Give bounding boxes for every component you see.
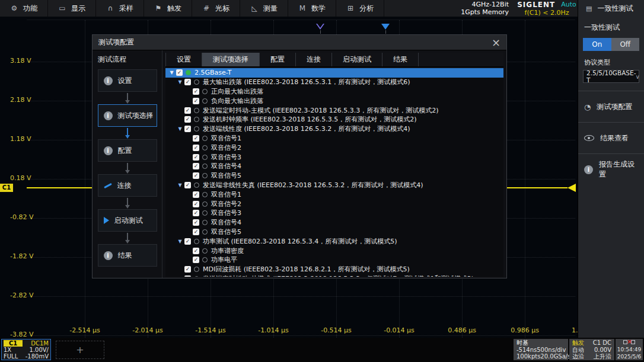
checkbox[interactable]: ✓ bbox=[184, 116, 191, 123]
toggle-on-button[interactable]: On bbox=[583, 38, 611, 51]
flow-step-setup[interactable]: i设置 bbox=[98, 69, 157, 92]
menu-item-acquire[interactable]: ∩采样 bbox=[96, 0, 144, 17]
tab-测试项选择[interactable]: 测试项选择 bbox=[202, 53, 260, 66]
flow-step-label: 设置 bbox=[118, 76, 132, 86]
trigger-status-box[interactable]: 触发 C1 DC 自动 0.00V 边沿 上升沿 bbox=[569, 339, 614, 360]
menu-item-analysis[interactable]: ⊞分析 bbox=[336, 0, 384, 17]
checkbox[interactable]: ✓ bbox=[193, 201, 199, 207]
tree-row[interactable]: ✓双音信号4 bbox=[165, 218, 503, 228]
menu-item-measure[interactable]: ◺测量 bbox=[240, 0, 288, 17]
brand-logo: SIGLENT bbox=[517, 1, 555, 9]
channel1-status-box[interactable]: C1 DC1M 1X 1.00V/ FULL -180mV bbox=[1, 339, 51, 360]
tree-row[interactable]: ▼✓功率测试 (IEEE802.3-2018 126.5.3.4，所有测试对，测… bbox=[165, 236, 503, 246]
flow-step-connect[interactable]: 连接 bbox=[98, 174, 157, 197]
tree-row[interactable]: ▼✓发送端线性度 (IEEE802.3-2018 126.5.3.2，所有测试对… bbox=[165, 124, 503, 134]
sidebar-item-test-item-config[interactable]: ◔测试项配置 bbox=[583, 99, 639, 114]
tree-row[interactable]: ✓负向最大输出跌落 bbox=[165, 96, 503, 105]
dialog-titlebar[interactable]: 测试项配置 × bbox=[93, 35, 506, 50]
checkbox[interactable]: ✓ bbox=[193, 135, 199, 142]
test-item-config-dialog: 测试项配置 × 测试流程 i设置i测试项选择i配置连接启动测试i结果 设置测试项… bbox=[92, 34, 507, 278]
dialog-tabs: 设置测试项选择配置连接启动测试结果 bbox=[165, 53, 503, 67]
tree-row[interactable]: ▼✓2.5GBase-T bbox=[165, 68, 503, 78]
tree-row[interactable]: ✓MDI回波损耗 (IEEE802.3-2018 126.8.2.1，所有测试对… bbox=[165, 265, 503, 274]
trigger-position-marker[interactable] bbox=[381, 24, 390, 30]
checkbox[interactable]: ✓ bbox=[184, 126, 191, 132]
checkbox[interactable]: ✓ bbox=[193, 210, 199, 216]
close-icon[interactable]: × bbox=[492, 37, 500, 48]
status-dot bbox=[202, 136, 208, 141]
test-flow-title: 测试流程 bbox=[98, 55, 126, 65]
tree-row[interactable]: ✓双音信号5 bbox=[165, 171, 503, 181]
expand-icon[interactable]: ▼ bbox=[176, 126, 184, 132]
expand-icon[interactable]: ▼ bbox=[176, 182, 184, 188]
trigger-level-marker[interactable] bbox=[568, 184, 576, 192]
timebase-title: 时基 bbox=[517, 339, 528, 346]
checkbox[interactable]: ✓ bbox=[193, 229, 199, 235]
expand-icon[interactable]: ▼ bbox=[176, 79, 184, 85]
checkbox[interactable]: ✓ bbox=[193, 88, 199, 95]
tree-row[interactable]: ✓功率电平 bbox=[165, 255, 503, 265]
checkbox[interactable]: ✓ bbox=[193, 145, 199, 151]
checkbox[interactable]: ✓ bbox=[184, 182, 191, 188]
tab-结果[interactable]: 结果 bbox=[382, 53, 419, 66]
tree-row[interactable]: ✓双音信号3 bbox=[165, 209, 503, 218]
tree-row[interactable]: ✓发送端定时抖动-从模式 (IEEE802.3-2018 126.5.3.3，仅… bbox=[165, 274, 503, 277]
protocol-type-select[interactable]: 2.5/5/10GBASE-T ∨ bbox=[583, 70, 639, 83]
enable-toggle: On Off bbox=[583, 38, 639, 51]
checkbox[interactable]: ✓ bbox=[184, 79, 191, 85]
timebase-status-box[interactable]: 时基 -514ns 500ns/div 100kpts 20.0GSa/s bbox=[514, 339, 568, 360]
checkbox[interactable]: ✓ bbox=[193, 248, 199, 254]
tree-row[interactable]: ✓双音信号3 bbox=[165, 152, 503, 162]
checkbox[interactable]: ✓ bbox=[193, 257, 199, 263]
menu-item-display[interactable]: ▭显示 bbox=[48, 0, 96, 17]
checkbox[interactable]: ✓ bbox=[193, 219, 199, 226]
sidebar-item-report-settings[interactable]: i报告生成设置 bbox=[583, 162, 639, 177]
test-item-tree: ▼✓2.5GBase-T▼✓最大输出跌落 (IEEE802.3-2018 126… bbox=[165, 68, 503, 277]
tab-连接[interactable]: 连接 bbox=[296, 53, 332, 66]
toggle-off-button[interactable]: Off bbox=[611, 38, 640, 51]
checkbox[interactable]: ✓ bbox=[193, 172, 199, 179]
tree-row[interactable]: ✓正向最大输出跌落 bbox=[165, 87, 503, 97]
tree-row[interactable]: ▼✓发送端非线性失真 (IEEE802.3-2018 126.5.3.2，所有测… bbox=[165, 181, 503, 190]
tree-row[interactable]: ✓双音信号5 bbox=[165, 228, 503, 237]
tree-row[interactable]: ✓双音信号4 bbox=[165, 162, 503, 171]
tab-设置[interactable]: 设置 bbox=[165, 53, 202, 66]
sidebar-item-result-view[interactable]: 结果查看 bbox=[583, 130, 639, 146]
menu-item-function[interactable]: ⚙功能 bbox=[0, 0, 48, 17]
checkbox[interactable]: ✓ bbox=[184, 107, 191, 114]
arrow-head bbox=[125, 240, 130, 244]
checkbox[interactable]: ✓ bbox=[193, 98, 199, 104]
menu-item-trigger[interactable]: ⚑触发 bbox=[144, 0, 192, 17]
tree-row[interactable]: ▼✓最大输出跌落 (IEEE802.3-2018 126.5.3.1，所有测试对… bbox=[165, 78, 503, 87]
channel1-offset-marker[interactable]: C1 bbox=[0, 184, 13, 192]
flow-step-start-test[interactable]: 启动测试 bbox=[98, 209, 157, 232]
tree-row[interactable]: ✓功率谱密度 bbox=[165, 246, 503, 255]
flow-step-test-select[interactable]: i测试项选择 bbox=[98, 104, 157, 127]
dialog-title: 测试项配置 bbox=[98, 37, 134, 47]
flow-step-result[interactable]: i结果 bbox=[98, 244, 157, 267]
checkbox[interactable]: ✓ bbox=[176, 69, 183, 76]
checkbox[interactable]: ✓ bbox=[193, 154, 199, 161]
delay-marker-icon[interactable] bbox=[316, 24, 324, 30]
menu-item-math[interactable]: M数学 bbox=[288, 0, 336, 17]
checkbox[interactable]: ✓ bbox=[193, 163, 199, 169]
tab-启动测试[interactable]: 启动测试 bbox=[332, 53, 382, 66]
menu-item-cursors[interactable]: #光标 bbox=[192, 0, 240, 17]
checkbox[interactable]: ✓ bbox=[184, 238, 191, 245]
tab-配置[interactable]: 配置 bbox=[260, 53, 296, 66]
add-channel-button[interactable]: + bbox=[56, 341, 104, 359]
tree-row[interactable]: ✓发送端定时抖动-主模式 (IEEE802.3-2018 126.5.3.3，所… bbox=[165, 105, 503, 115]
tree-row[interactable]: ✓双音信号2 bbox=[165, 143, 503, 152]
checkbox[interactable]: ✓ bbox=[184, 266, 191, 273]
expand-icon[interactable]: ▼ bbox=[176, 239, 184, 244]
checkbox[interactable]: ✓ bbox=[193, 191, 199, 198]
tree-row[interactable]: ✓双音信号2 bbox=[165, 199, 503, 209]
app-header[interactable]: ▤ 一致性测试 bbox=[578, 0, 644, 17]
tree-row[interactable]: ✓发送机时钟频率 (IEEE802.3-2018 126.5.3.5，所有测试对… bbox=[165, 115, 503, 124]
tree-row[interactable]: ✓双音信号1 bbox=[165, 190, 503, 199]
tree-row-label: 双音信号3 bbox=[211, 209, 241, 217]
expand-icon[interactable]: ▼ bbox=[168, 70, 176, 75]
tree-row[interactable]: ✓双音信号1 bbox=[165, 134, 503, 143]
checkbox[interactable]: ✓ bbox=[184, 275, 191, 277]
flow-step-configure[interactable]: i配置 bbox=[98, 139, 157, 162]
